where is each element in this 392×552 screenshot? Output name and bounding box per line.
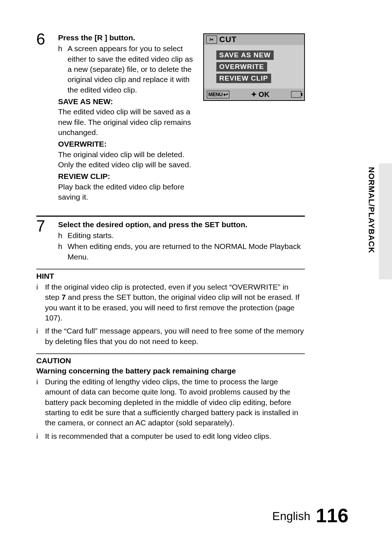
lcd-option-save-as-new: SAVE AS NEW [216, 50, 274, 60]
def-body-review-clip: Play back the edited video clip before s… [58, 182, 197, 203]
content-area: 6 Press the [R ] button. h A screen appe… [36, 33, 305, 441]
ok-group: ✦ OK [251, 90, 269, 99]
lcd-option-review-clip: REVIEW CLIP [216, 74, 271, 83]
caution-label: CAUTION [36, 356, 305, 365]
step-divider [36, 216, 305, 217]
def-save-as-new: SAVE AS NEW: The edited video clip will … [58, 97, 197, 138]
def-review-clip: REVIEW CLIP: Play back the edited video … [58, 171, 197, 202]
def-term-review-clip: REVIEW CLIP: [58, 171, 197, 181]
step-6-title: Press the [R ] button. [58, 33, 197, 43]
hint-divider-bottom [36, 353, 305, 354]
hint-item-2: i If the “Card full” message appears, yo… [36, 326, 305, 347]
step-6-bullet-marker: h [58, 44, 68, 95]
side-tab-bg [379, 163, 392, 279]
step-6-number: 6 [36, 31, 58, 203]
hint-list: i If the original video clip is protecte… [36, 282, 305, 347]
caution-item-2: i It is recommended that a computer be u… [36, 431, 305, 441]
step-7-bullet-1: Editing starts. [68, 230, 305, 241]
lcd-option-overwrite: OVERWRITE [216, 62, 267, 71]
caution-item-2-text: It is recommended that a computer be use… [45, 431, 305, 441]
def-term-overwrite: OVERWRITE: [58, 139, 197, 149]
lcd-bottom-bar: MENU↩ ✦ OK [204, 89, 304, 100]
footer-page-number: 116 [316, 504, 348, 526]
step-7-title: Select the desired option, and press the… [58, 220, 305, 230]
hint-item-2-marker: i [36, 326, 45, 347]
hint-divider-top [36, 269, 305, 270]
caution-item-1-text: During the editing of lengthy video clip… [45, 377, 305, 428]
directional-ok-icon: ✦ [251, 90, 257, 99]
step-7-bullet-marker-2: h [58, 241, 68, 262]
step-6-row: 6 Press the [R ] button. h A screen appe… [36, 33, 305, 208]
hint-item-1-text: If the original video clip is protected,… [45, 282, 305, 323]
step-7-bullet-2: When editing ends, you are returned to t… [68, 241, 305, 262]
hint-step-ref: 7 [62, 293, 66, 301]
caution-item-1-marker: i [36, 377, 45, 428]
step-7: 7 Select the desired option, and press t… [36, 220, 305, 262]
hint-item-2-text: If the “Card full” message appears, you … [45, 326, 305, 347]
step-6-desc: A screen appears for you to select eithe… [68, 44, 197, 95]
lcd-options-area: SAVE AS NEW OVERWRITE REVIEW CLIP [204, 45, 304, 89]
manual-page: NORMAL/PLAYBACK 6 Press the [R ] button.… [0, 0, 392, 552]
step-7-number: 7 [36, 218, 58, 262]
lcd-title-text: CUT [219, 35, 237, 44]
caution-item-1: i During the editing of lengthy video cl… [36, 377, 305, 428]
hint-item-1: i If the original video clip is protecte… [36, 282, 305, 323]
def-term-save-as-new: SAVE AS NEW: [58, 97, 197, 107]
step-7-bullet-marker-1: h [58, 230, 68, 241]
section-side-label: NORMAL/PLAYBACK [367, 167, 376, 253]
step-6: 6 Press the [R ] button. h A screen appe… [36, 33, 197, 203]
caution-item-2-marker: i [36, 431, 45, 441]
page-footer: English 116 [272, 504, 348, 527]
film-cut-icon: ✂ [206, 36, 217, 44]
hint-item-1-marker: i [36, 282, 45, 323]
battery-icon [291, 91, 301, 98]
return-arrow-icon: ↩ [223, 91, 228, 98]
hint-label: HINT [36, 272, 305, 281]
lcd-screenshot: ✂ CUT SAVE AS NEW OVERWRITE REVIEW CLIP … [203, 33, 305, 101]
caution-sublabel: Warning concerning the battery pack rema… [36, 367, 305, 375]
def-body-save-as-new: The edited video clip will be saved as a… [58, 107, 197, 138]
caution-list: i During the editing of lengthy video cl… [36, 377, 305, 441]
footer-language: English [272, 510, 310, 523]
ok-label: OK [258, 90, 269, 99]
def-overwrite: OVERWRITE: The original video clip will … [58, 139, 197, 170]
menu-label: MENU [208, 91, 222, 97]
menu-return-icon: MENU↩ [207, 91, 229, 98]
def-body-overwrite: The original video clip will be deleted.… [58, 150, 197, 170]
lcd-title-bar: ✂ CUT [204, 34, 304, 45]
